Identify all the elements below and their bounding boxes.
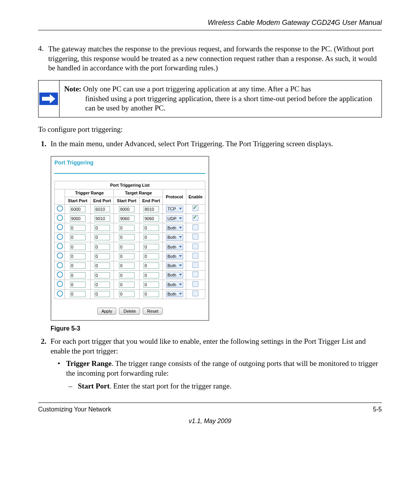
enable-checkbox[interactable] bbox=[192, 290, 198, 296]
th-target-start: Start Port bbox=[114, 197, 139, 204]
trigger-end-input[interactable] bbox=[94, 234, 110, 240]
row-radio[interactable] bbox=[57, 271, 63, 278]
bullet-trigger-label: Trigger Range bbox=[66, 359, 112, 368]
row-radio[interactable] bbox=[57, 252, 63, 259]
protocol-select[interactable]: Both bbox=[166, 262, 183, 269]
target-end-input[interactable] bbox=[144, 234, 159, 240]
trigger-end-input[interactable] bbox=[94, 262, 110, 269]
target-start-input[interactable] bbox=[119, 244, 135, 250]
target-start-input[interactable] bbox=[119, 215, 135, 222]
trigger-start-input[interactable] bbox=[70, 262, 86, 269]
trigger-end-input[interactable] bbox=[94, 206, 110, 212]
target-end-input[interactable] bbox=[144, 272, 159, 278]
trigger-start-input[interactable] bbox=[70, 291, 86, 297]
row-radio[interactable] bbox=[57, 234, 63, 240]
target-end-input[interactable] bbox=[144, 262, 159, 269]
target-start-input[interactable] bbox=[119, 262, 135, 269]
bullet-trigger-text: . The trigger range consists of the rang… bbox=[66, 359, 378, 377]
target-end-input[interactable] bbox=[144, 244, 159, 250]
protocol-select[interactable]: Both bbox=[166, 282, 183, 288]
row-radio[interactable] bbox=[57, 290, 63, 297]
dash-start-label: Start Port bbox=[78, 382, 110, 390]
trigger-start-input[interactable] bbox=[70, 282, 86, 288]
reset-button[interactable]: Reset bbox=[143, 308, 163, 315]
row-radio[interactable] bbox=[57, 262, 63, 268]
note-text: Note: Only one PC can use a port trigger… bbox=[60, 80, 382, 117]
trigger-end-input[interactable] bbox=[94, 272, 110, 278]
row-radio[interactable] bbox=[57, 243, 63, 249]
th-enable: Enable bbox=[186, 189, 205, 205]
protocol-select[interactable]: Both bbox=[166, 272, 183, 278]
trigger-end-input[interactable] bbox=[94, 291, 110, 297]
table-row: TCP bbox=[55, 204, 205, 214]
list-item-4-text: The gateway matches the response to the … bbox=[48, 44, 382, 73]
screen-title: Port Triggering bbox=[54, 159, 205, 166]
target-end-input[interactable] bbox=[144, 282, 159, 288]
row-radio[interactable] bbox=[57, 215, 63, 221]
note-line2: finished using a port triggering applica… bbox=[64, 94, 377, 113]
th-trigger-end: End Port bbox=[90, 197, 114, 204]
trigger-start-input[interactable] bbox=[70, 244, 86, 250]
enable-checkbox[interactable] bbox=[192, 224, 198, 230]
target-end-input[interactable] bbox=[144, 206, 159, 212]
target-end-input[interactable] bbox=[144, 225, 159, 231]
table-row: UDP bbox=[55, 214, 205, 223]
enable-checkbox[interactable] bbox=[192, 243, 198, 249]
target-start-input[interactable] bbox=[119, 225, 135, 231]
target-start-input[interactable] bbox=[119, 206, 135, 212]
trigger-end-input[interactable] bbox=[94, 215, 110, 222]
trigger-start-input[interactable] bbox=[70, 253, 86, 259]
target-end-input[interactable] bbox=[144, 291, 159, 297]
target-end-input[interactable] bbox=[144, 253, 159, 259]
protocol-select[interactable]: UDP bbox=[166, 215, 183, 222]
th-target-end: End Port bbox=[139, 197, 163, 204]
footer-rule bbox=[38, 402, 382, 403]
protocol-select[interactable]: Both bbox=[166, 234, 183, 240]
trigger-start-input[interactable] bbox=[70, 206, 86, 212]
target-start-input[interactable] bbox=[119, 234, 135, 240]
enable-checkbox[interactable] bbox=[192, 271, 198, 277]
row-radio[interactable] bbox=[57, 205, 63, 212]
target-start-input[interactable] bbox=[119, 272, 135, 278]
table-row: Both bbox=[55, 270, 205, 280]
protocol-select[interactable]: TCP bbox=[166, 206, 183, 212]
row-radio[interactable] bbox=[57, 281, 63, 287]
protocol-select[interactable]: Both bbox=[166, 244, 183, 250]
protocol-select[interactable]: Both bbox=[166, 253, 183, 259]
figure-caption: Figure 5-3 bbox=[51, 325, 382, 333]
target-start-input[interactable] bbox=[119, 253, 135, 259]
target-start-input[interactable] bbox=[119, 291, 135, 297]
trigger-start-input[interactable] bbox=[70, 225, 86, 231]
enable-checkbox[interactable] bbox=[192, 253, 198, 259]
trigger-end-input[interactable] bbox=[94, 282, 110, 288]
table-row: Both bbox=[55, 223, 205, 233]
enable-checkbox[interactable] bbox=[192, 215, 198, 221]
enable-checkbox[interactable] bbox=[192, 234, 198, 240]
note-line1: Only one PC can use a port triggering ap… bbox=[81, 85, 311, 93]
footer-version: v1.1, May 2009 bbox=[38, 418, 382, 425]
dash-start-text: . Enter the start port for the trigger r… bbox=[110, 382, 231, 390]
trigger-end-input[interactable] bbox=[94, 253, 110, 259]
table-caption: Port Triggering List bbox=[54, 181, 205, 189]
step-1-text: In the main menu, under Advanced, select… bbox=[51, 140, 333, 148]
header-rule bbox=[38, 30, 382, 30]
trigger-start-input[interactable] bbox=[70, 272, 86, 278]
th-target-range: Target Range bbox=[114, 189, 163, 197]
apply-button[interactable]: Apply bbox=[97, 308, 117, 315]
trigger-end-input[interactable] bbox=[94, 244, 110, 250]
target-start-input[interactable] bbox=[119, 282, 135, 288]
protocol-select[interactable]: Both bbox=[166, 291, 183, 297]
note-icon-cell bbox=[38, 80, 60, 117]
delete-button[interactable]: Delete bbox=[119, 308, 140, 315]
trigger-start-input[interactable] bbox=[70, 215, 86, 222]
enable-checkbox[interactable] bbox=[192, 262, 198, 268]
trigger-end-input[interactable] bbox=[94, 225, 110, 231]
row-radio[interactable] bbox=[57, 224, 63, 230]
footer-right: 5-5 bbox=[373, 406, 382, 413]
enable-checkbox[interactable] bbox=[192, 281, 198, 287]
protocol-select[interactable]: Both bbox=[166, 225, 183, 231]
target-end-input[interactable] bbox=[144, 215, 159, 222]
step-2-text: For each port trigger that you would lik… bbox=[51, 337, 366, 355]
enable-checkbox[interactable] bbox=[192, 205, 198, 211]
trigger-start-input[interactable] bbox=[70, 234, 86, 240]
